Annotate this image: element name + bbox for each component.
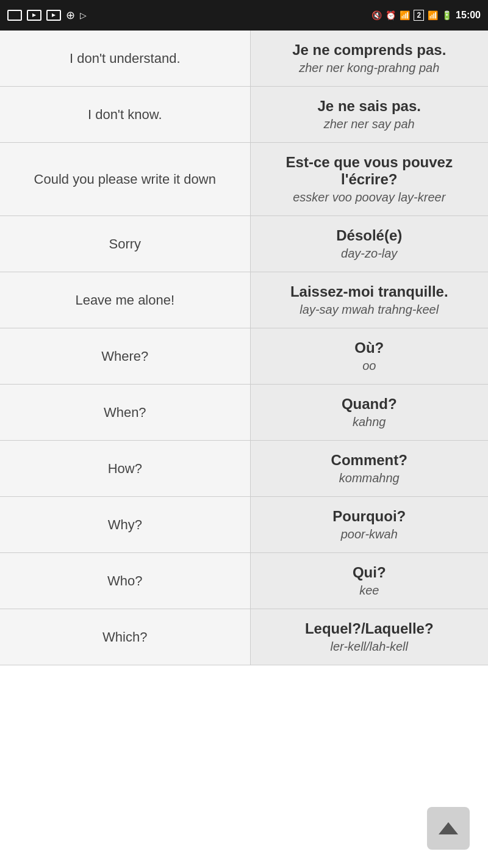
table-row: Could you please write it downEst-ce que… — [0, 143, 488, 216]
battery-icon: 🔋 — [442, 10, 452, 20]
phrase-table: I don't understand.Je ne comprends pas.z… — [0, 31, 488, 665]
french-phonetic: essker voo poovay lay-kreer — [263, 190, 476, 204]
french-cell: Qui?kee — [250, 553, 488, 609]
wifi-icon: 📶 — [400, 10, 410, 20]
english-cell: I don't know. — [0, 87, 250, 143]
sim-badge: 2 — [414, 10, 424, 21]
french-phonetic: day-zo-lay — [263, 247, 476, 261]
french-word: Quand? — [263, 396, 476, 413]
youtube-icon: ▶ — [27, 10, 41, 21]
french-cell: Je ne sais pas.zher ner say pah — [250, 87, 488, 143]
french-cell: Laissez-moi tranquille.lay-say mwah trah… — [250, 272, 488, 328]
french-word: Je ne sais pas. — [263, 98, 476, 115]
status-bar-left-icons: ▶ ▶ ⊕ ▷ — [7, 9, 87, 22]
french-word: Qui? — [263, 564, 476, 581]
table-row: When?Quand?kahng — [0, 385, 488, 441]
french-phonetic: ler-kell/lah-kell — [263, 640, 476, 654]
english-cell: I don't understand. — [0, 31, 250, 87]
table-row: Which?Lequel?/Laquelle?ler-kell/lah-kell — [0, 609, 488, 665]
french-phonetic: zher ner kong-prahng pah — [263, 61, 476, 75]
table-row: Leave me alone!Laissez-moi tranquille.la… — [0, 272, 488, 328]
english-cell: How? — [0, 441, 250, 497]
french-cell: Je ne comprends pas.zher ner kong-prahng… — [250, 31, 488, 87]
french-cell: Lequel?/Laquelle?ler-kell/lah-kell — [250, 609, 488, 665]
french-cell: Pourquoi?poor-kwah — [250, 497, 488, 553]
french-phonetic: kee — [263, 584, 476, 598]
youtube2-icon: ▶ — [46, 10, 61, 21]
french-phonetic: poor-kwah — [263, 527, 476, 541]
wechat-icon: ⊕ — [66, 9, 75, 22]
table-row: How?Comment?kommahng — [0, 441, 488, 497]
french-word: Je ne comprends pas. — [263, 42, 476, 59]
french-cell: Où?oo — [250, 328, 488, 385]
table-row: SorryDésolé(e)day-zo-lay — [0, 216, 488, 272]
english-cell: Why? — [0, 497, 250, 553]
french-cell: Est-ce que vous pouvez l'écrire?essker v… — [250, 143, 488, 216]
french-word: Laissez-moi tranquille. — [263, 283, 476, 300]
french-phonetic: lay-say mwah trahng-keel — [263, 303, 476, 317]
english-cell: Who? — [0, 553, 250, 609]
table-row: Where?Où?oo — [0, 328, 488, 385]
french-phonetic: kahng — [263, 415, 476, 429]
english-cell: Where? — [0, 328, 250, 385]
clock: 15:00 — [456, 10, 481, 21]
english-cell: Which? — [0, 609, 250, 665]
english-cell: When? — [0, 385, 250, 441]
table-row: I don't know.Je ne sais pas.zher ner say… — [0, 87, 488, 143]
play-icon: ▷ — [80, 10, 87, 20]
english-cell: Leave me alone! — [0, 272, 250, 328]
french-cell: Quand?kahng — [250, 385, 488, 441]
french-word: Désolé(e) — [263, 227, 476, 244]
french-phonetic: kommahng — [263, 471, 476, 485]
french-word: Pourquoi? — [263, 508, 476, 525]
french-word: Comment? — [263, 452, 476, 469]
english-cell: Sorry — [0, 216, 250, 272]
french-cell: Comment?kommahng — [250, 441, 488, 497]
french-word: Est-ce que vous pouvez l'écrire? — [263, 154, 476, 188]
french-phonetic: oo — [263, 359, 476, 373]
alarm-icon: ⏰ — [386, 10, 396, 20]
table-row: Why?Pourquoi?poor-kwah — [0, 497, 488, 553]
french-word: Lequel?/Laquelle? — [263, 620, 476, 637]
french-phonetic: zher ner say pah — [263, 117, 476, 131]
status-bar-right-icons: 🔇 ⏰ 📶 2 📶 🔋 15:00 — [371, 10, 481, 21]
table-row: Who?Qui?kee — [0, 553, 488, 609]
mute-icon: 🔇 — [371, 10, 382, 20]
status-bar: ▶ ▶ ⊕ ▷ 🔇 ⏰ 📶 2 📶 🔋 15:00 — [0, 0, 488, 31]
french-cell: Désolé(e)day-zo-lay — [250, 216, 488, 272]
english-cell: Could you please write it down — [0, 143, 250, 216]
screen-icon — [7, 10, 22, 21]
table-row: I don't understand.Je ne comprends pas.z… — [0, 31, 488, 87]
french-word: Où? — [263, 339, 476, 356]
signal-icon: 📶 — [428, 10, 438, 20]
